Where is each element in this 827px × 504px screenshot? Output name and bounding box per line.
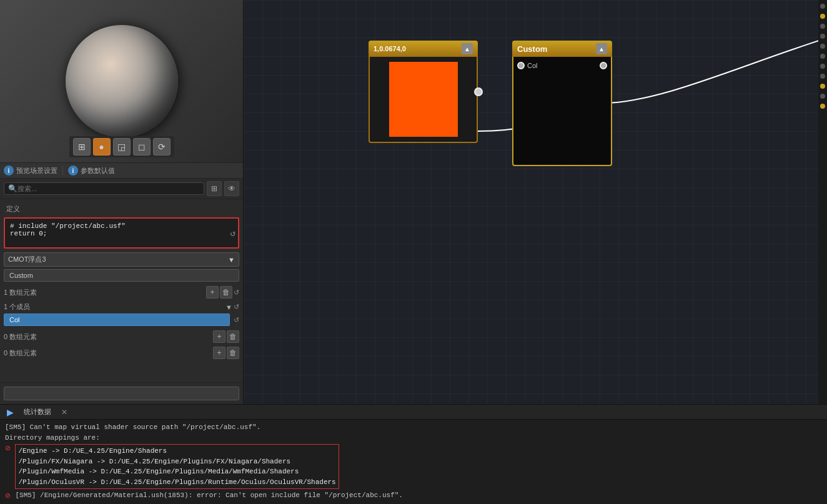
zero-array-label1: 0 数组元素 [4, 332, 212, 342]
eye-btn[interactable]: 👁 [224, 181, 239, 196]
tab-icon: ▶ [4, 406, 16, 418]
scroll-dot-5 [820, 44, 825, 49]
preview-btn-grid[interactable]: ⊞ [73, 138, 91, 156]
preview-settings-bar: i 预览场景设置 i 参数默认值 [0, 162, 243, 179]
value-node-body [369, 57, 478, 143]
scroll-dot-4 [820, 34, 825, 39]
output-pin [474, 87, 483, 96]
add-array-btn[interactable]: + [206, 286, 219, 299]
preview-toolbar: ⊞ ● ◲ ◻ ⟳ [69, 136, 174, 157]
zero-array-row2: 0 数组元素 + 🗑 [4, 345, 239, 361]
remove-zero-array1-btn[interactable]: 🗑 [227, 330, 239, 343]
color-swatch [389, 62, 458, 137]
type-dropdown-arrow: ▼ [228, 256, 235, 264]
custom-node-title: Custom [517, 44, 547, 54]
value-node-collapse-btn[interactable]: ▲ [462, 43, 473, 54]
error-block: /Engine -> D:/UE_4.25/Engine/Shaders /Pl… [15, 444, 339, 489]
code-reset-btn[interactable]: ↺ [230, 228, 235, 239]
search-icon: 🔍 [8, 184, 17, 193]
preview-area: ⊞ ● ◲ ◻ ⟳ [0, 0, 243, 162]
preview-btn-sphere[interactable]: ● [93, 138, 111, 156]
left-panel: ⊞ ● ◲ ◻ ⟳ i 预览场景设置 i 参数默认值 🔍 [0, 0, 244, 404]
col-pin-label: Col [527, 62, 597, 69]
error-line-2: /Plugin/FX/Niagara -> D:/UE_4.25/Engine/… [18, 457, 335, 467]
log-line-2: Directory mappings are: [5, 433, 822, 443]
preview-scene-settings-btn[interactable]: i 预览场景设置 [4, 166, 57, 175]
canvas-area[interactable]: 1,0.0674,0 ▲ Custom ▲ Col [244, 0, 827, 404]
value-node[interactable]: 1,0.0674,0 ▲ [369, 41, 478, 143]
add-zero-array1-btn[interactable]: + [213, 330, 225, 343]
array-elements-label: 1 数组元素 [4, 288, 205, 297]
log-error-row-2: ⊘ [SM5] /Engine/Generated/Material.ush(1… [5, 490, 822, 501]
col-pin-row: Col [517, 62, 607, 69]
tab-close-btn[interactable]: ✕ [59, 405, 70, 419]
remove-array-btn[interactable]: 🗑 [220, 286, 232, 299]
member-expand-arrow[interactable]: ▼ [225, 304, 232, 311]
scroll-dot-8 [820, 74, 825, 79]
add-zero-array2-btn[interactable]: + [213, 347, 225, 359]
tab-label[interactable]: 统计数据 [19, 405, 56, 419]
preview-btn-plane[interactable]: ◲ [113, 138, 131, 156]
info-icon-scene: i [4, 166, 14, 175]
value-node-header: 1,0.0674,0 ▲ [369, 41, 478, 57]
log-line-1: [SM5] Can't map virtual shader source pa… [5, 422, 822, 433]
type-dropdown-label: CMOT浮点3 [8, 255, 46, 264]
right-scrollbar [818, 0, 827, 404]
scroll-dot-11 [820, 104, 825, 109]
col-input[interactable] [4, 314, 230, 326]
col-input-row: ↺ [4, 314, 239, 326]
search-bar: 🔍 ⊞ 👁 [0, 179, 243, 199]
log-error-row: ⊘ /Engine -> D:/UE_4.25/Engine/Shaders /… [5, 443, 822, 490]
error-line-1: /Engine -> D:/UE_4.25/Engine/Shaders [18, 446, 335, 457]
param-defaults-btn[interactable]: i 参数默认值 [68, 166, 115, 175]
remove-zero-array2-btn[interactable]: 🗑 [227, 347, 239, 359]
custom-name-input[interactable] [4, 269, 239, 282]
custom-node[interactable]: Custom ▲ Col [512, 41, 612, 166]
sphere-visual [66, 25, 178, 137]
scroll-dot-3 [820, 24, 825, 29]
type-dropdown[interactable]: CMOT浮点3 ▼ [4, 252, 239, 267]
member-count-label: 1 个成员 [4, 302, 225, 312]
scroll-dot-10 [820, 94, 825, 99]
value-node-title: 1,0.0674,0 [374, 45, 406, 52]
preview-btn-camera[interactable]: ⟳ [153, 138, 171, 156]
code-line2: return 0; [10, 230, 233, 237]
search-input[interactable] [17, 185, 200, 192]
scroll-dot-7 [820, 64, 825, 69]
reset-col-btn[interactable]: ↺ [234, 316, 239, 324]
bottom-text-field[interactable] [4, 387, 239, 400]
zero-array-label2: 0 数组元素 [4, 348, 212, 358]
bottom-tab-bar: ▶ 统计数据 ✕ [0, 405, 827, 420]
info-icon-params: i [68, 166, 78, 175]
code-line1: # include "/project/abc.usf" [10, 222, 233, 230]
preview-scene-label: 预览场景设置 [16, 166, 57, 175]
log-line-3: [SM5] /Engine/Generated/Material.ush(185… [15, 490, 403, 501]
zero-array-row1: 0 数组元素 + 🗑 [4, 329, 239, 345]
reset-array-btn[interactable]: ↺ [234, 289, 239, 297]
custom-node-header: Custom ▲ [512, 41, 612, 57]
divider [62, 166, 63, 175]
custom-node-body: Col [512, 57, 612, 166]
error-icon: ⊘ [5, 443, 10, 453]
scroll-dot-2 [820, 14, 825, 19]
search-input-wrap: 🔍 [4, 182, 204, 195]
reset-member-btn[interactable]: ↺ [234, 303, 239, 311]
grid-view-btn[interactable]: ⊞ [207, 181, 222, 196]
error-line-3: /Plugin/WmfMedia -> D:/UE_4.25/Engine/Pl… [18, 467, 335, 477]
col-input-pin [517, 62, 525, 69]
scroll-dot-6 [820, 54, 825, 59]
error-icon-2: ⊘ [5, 490, 10, 501]
member-count-row: 1 个成员 ▼ ↺ [4, 300, 239, 314]
preview-btn-cube[interactable]: ◻ [133, 138, 151, 156]
array-elements-row: 1 数组元素 + 🗑 ↺ [4, 284, 239, 300]
col-output-pin [600, 62, 607, 69]
error-line-4: /Plugin/OculusVR -> D:/UE_4.25/Engine/Pl… [18, 477, 335, 488]
custom-node-collapse-btn[interactable]: ▲ [596, 43, 607, 54]
properties-area: 定义 # include "/project/abc.usf" return 0… [0, 199, 243, 382]
code-editor[interactable]: # include "/project/abc.usf" return 0; ↺ [4, 217, 239, 249]
scroll-dot-9 [820, 84, 825, 89]
bottom-panel: ▶ 统计数据 ✕ [SM5] Can't map virtual shader … [0, 404, 827, 504]
scroll-dot-1 [820, 4, 825, 9]
param-defaults-label: 参数默认值 [81, 166, 115, 175]
bottom-input-area [0, 382, 243, 404]
